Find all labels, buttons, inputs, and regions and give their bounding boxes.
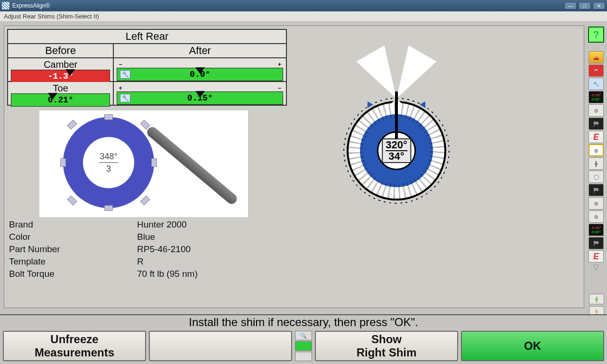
measurements-panel: Left Rear Before After Camber -1.3°: [7, 29, 287, 106]
shim-product-image: 348° 3: [39, 110, 248, 217]
flag-icon-2[interactable]: 🏁: [589, 184, 604, 196]
wrench-icon[interactable]: 🔧: [120, 70, 130, 79]
brand-key: Brand: [9, 218, 137, 231]
camber-after-gauge: + − 🔧 0.0°: [114, 58, 286, 81]
blank-button-1[interactable]: [149, 331, 292, 361]
toe-before-gauge: Toe 0.21°: [8, 82, 113, 105]
wrench-icon[interactable]: 🔧: [120, 94, 130, 102]
axle-green-icon[interactable]: ╫: [589, 294, 604, 304]
window-titlebar: ExpressAlign® — □ ✕: [0, 0, 607, 11]
rotation-gauge: 320° 34°: [337, 91, 456, 210]
part-key: Part Number: [9, 243, 137, 255]
instruction-text: Install the shim if necessary, then pres…: [0, 314, 607, 329]
shim-angle: 348°: [99, 152, 118, 162]
alignment-icon[interactable]: 🔧: [589, 78, 604, 90]
work-area: Left Rear Before After Camber -1.3°: [4, 26, 584, 308]
axle-icon[interactable]: ╫: [589, 157, 604, 170]
arrow-icon: [195, 91, 205, 98]
dial-readout: 320° 34°: [382, 138, 411, 163]
screen-subtitle: Adjust Rear Shims (Shim-Select II): [0, 11, 607, 22]
camber-before-gauge: Camber -1.3°: [8, 58, 113, 81]
part-value: RP5-46-2100: [137, 243, 191, 255]
dial-value: 34°: [386, 151, 407, 162]
plus-icon: +: [119, 85, 122, 91]
shim-select-icon[interactable]: ◎: [589, 144, 604, 156]
show-right-shim-button[interactable]: Show Right Shim: [315, 331, 458, 361]
help-button[interactable]: ?: [588, 27, 604, 43]
minimize-button[interactable]: —: [564, 2, 577, 9]
steering-icon-3[interactable]: ⊙: [589, 210, 604, 223]
dial-angle: 320°: [386, 140, 407, 150]
right-toolbar: ? 🚗 🚘 🔧 -0.30°0.00° ⊙ 🏁 E ◎ ╫ ◯ 🏁 ⊙ ⊙ -0…: [587, 27, 605, 321]
ok-button[interactable]: OK: [461, 331, 604, 361]
chevron-down-icon[interactable]: ▽: [593, 263, 599, 272]
arrow-icon: [48, 93, 57, 100]
toe-label: Toe: [11, 84, 110, 92]
arrow-icon: [195, 67, 205, 74]
torque-value: 70 ft lb (95 nm): [137, 268, 198, 280]
minus-icon: −: [278, 85, 281, 91]
readout-2[interactable]: -0.30°0.00°: [589, 224, 604, 236]
flag-icon-3[interactable]: 🏁: [589, 237, 604, 249]
torque-key: Bolt Torque: [9, 268, 137, 280]
indicator-gray[interactable]: [295, 352, 312, 361]
window-title: ExpressAlign®: [12, 2, 50, 9]
steering-icon[interactable]: ⊙: [589, 104, 604, 117]
steering-icon-2[interactable]: ⊙: [589, 197, 604, 209]
ring-icon[interactable]: ◯: [589, 171, 604, 183]
after-header: After: [113, 44, 286, 58]
panel-title: Left Rear: [8, 29, 286, 44]
template-value: R: [137, 255, 144, 268]
camber-label: Camber: [11, 60, 110, 69]
template-key: Template: [9, 255, 137, 268]
close-button[interactable]: ✕: [593, 2, 605, 9]
subtitle-text: Adjust Rear Shims (Shim-Select II): [4, 13, 99, 20]
needle-icon: [395, 91, 398, 144]
flag-icon[interactable]: 🏁: [589, 118, 604, 130]
maximize-button[interactable]: □: [579, 2, 591, 9]
magnifier-icon[interactable]: 🔍: [295, 331, 312, 340]
unfreeze-button[interactable]: Unfreeze Measurements: [3, 331, 146, 361]
action-button-row: Unfreeze Measurements 🔍 Show Right Shim …: [3, 331, 604, 361]
express-icon[interactable]: E: [589, 131, 604, 143]
color-value: Blue: [137, 231, 155, 243]
minus-icon: −: [119, 61, 122, 68]
procedure-icon[interactable]: 🚗: [589, 51, 604, 64]
express-icon-2[interactable]: E: [589, 250, 604, 263]
readout-1[interactable]: -0.30°0.00°: [589, 91, 604, 103]
before-header: Before: [8, 44, 113, 58]
plus-icon: +: [278, 61, 281, 68]
split-control: 🔍: [295, 331, 312, 361]
shim-index: 3: [99, 164, 118, 174]
indicator-green[interactable]: [295, 341, 312, 351]
brand-value: Hunter 2000: [137, 218, 187, 231]
shim-properties: BrandHunter 2000 ColorBlue Part NumberRP…: [9, 218, 198, 280]
vehicle-check-icon[interactable]: 🚘: [589, 64, 604, 77]
marking-pen-icon: [145, 125, 239, 206]
color-key: Color: [9, 231, 137, 243]
toe-after-gauge: + − 🔧 0.15°: [114, 82, 286, 105]
app-icon: [2, 2, 9, 9]
arrow-icon: [65, 69, 75, 76]
